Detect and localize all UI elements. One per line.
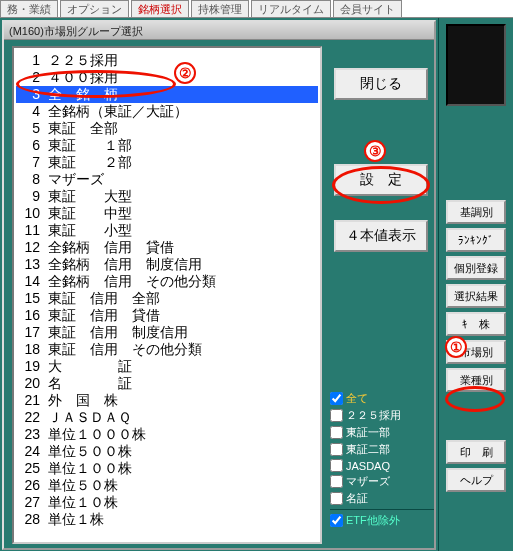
list-item[interactable]: 10東証 中型 xyxy=(16,205,318,222)
list-item[interactable]: 21外 国 株 xyxy=(16,392,318,409)
kobetsu-button[interactable]: 個別登録 xyxy=(446,256,506,280)
list-item[interactable]: 28単位１株 xyxy=(16,511,318,528)
list-item[interactable]: 25単位１００株 xyxy=(16,460,318,477)
insatsu-button[interactable]: 印 刷 xyxy=(446,440,506,464)
list-item[interactable]: 4全銘柄（東証／大証） xyxy=(16,103,318,120)
yonhon-button[interactable]: ４本値表示 xyxy=(334,220,428,252)
list-item[interactable]: 3全 銘 柄 xyxy=(16,86,318,103)
settei-button[interactable]: 設 定 xyxy=(334,164,428,196)
etf-exclude-check[interactable]: ETF他除外 xyxy=(330,512,434,529)
list-item[interactable]: 18東証 信用 その他分類 xyxy=(16,341,318,358)
tab-item[interactable]: 銘柄選択 xyxy=(131,0,189,17)
list-item[interactable]: 15東証 信用 全部 xyxy=(16,290,318,307)
dialog-title: (M160)市場別グループ選択 xyxy=(4,22,434,40)
filter-check[interactable]: 名証 xyxy=(330,490,434,507)
left-panel: (M160)市場別グループ選択 1２２５採用2４００採用3全 銘 柄4全銘柄（東… xyxy=(0,18,438,551)
tab-item[interactable]: 務・業績 xyxy=(0,0,58,17)
close-button[interactable]: 閉じる xyxy=(334,68,428,100)
list-item[interactable]: 23単位１０００株 xyxy=(16,426,318,443)
list-item[interactable]: 11東証 小型 xyxy=(16,222,318,239)
list-item[interactable]: 1２２５採用 xyxy=(16,52,318,69)
kabu-button[interactable]: ｷ 株 xyxy=(446,312,506,336)
filter-check[interactable]: ２２５採用 xyxy=(330,407,434,424)
filter-check[interactable]: 東証二部 xyxy=(330,441,434,458)
tab-item[interactable]: 会員サイト xyxy=(333,0,402,17)
right-panel: 基調別 ﾗﾝｷﾝｸﾞ 個別登録 選択結果 ｷ 株 市場別 業種別 印 刷 ヘルプ… xyxy=(438,18,513,551)
sentaku-button[interactable]: 選択結果 xyxy=(446,284,506,308)
list-item[interactable]: 13全銘柄 信用 制度信用 xyxy=(16,256,318,273)
list-item[interactable]: 5東証 全部 xyxy=(16,120,318,137)
list-item[interactable]: 6東証 １部 xyxy=(16,137,318,154)
filter-check[interactable]: 東証一部 xyxy=(330,424,434,441)
list-item[interactable]: 27単位１０株 xyxy=(16,494,318,511)
market-list[interactable]: 1２２５採用2４００採用3全 銘 柄4全銘柄（東証／大証）5東証 全部6東証 １… xyxy=(12,46,322,544)
filter-check[interactable]: 全て xyxy=(330,390,434,407)
kijun-button[interactable]: 基調別 xyxy=(446,200,506,224)
top-tab-bar: 務・業績 オプション 銘柄選択 持株管理 リアルタイム 会員サイト xyxy=(0,0,513,18)
tab-item[interactable]: オプション xyxy=(60,0,129,17)
list-item[interactable]: 24単位５００株 xyxy=(16,443,318,460)
list-item[interactable]: 20名 証 xyxy=(16,375,318,392)
list-item[interactable]: 14全銘柄 信用 その他分類 xyxy=(16,273,318,290)
market-group-dialog: (M160)市場別グループ選択 1２２５採用2４００採用3全 銘 柄4全銘柄（東… xyxy=(2,20,436,550)
list-item[interactable]: 8マザーズ xyxy=(16,171,318,188)
list-item[interactable]: 9東証 大型 xyxy=(16,188,318,205)
list-item[interactable]: 22ＪＡＳＤＡＱ xyxy=(16,409,318,426)
tab-item[interactable]: リアルタイム xyxy=(251,0,331,17)
gyoshu-button[interactable]: 業種別 xyxy=(446,368,506,392)
list-item[interactable]: 19大 証 xyxy=(16,358,318,375)
filter-check[interactable]: マザーズ xyxy=(330,473,434,490)
list-item[interactable]: 16東証 信用 貸借 xyxy=(16,307,318,324)
list-item[interactable]: 7東証 ２部 xyxy=(16,154,318,171)
help-button[interactable]: ヘルプ xyxy=(446,468,506,492)
preview-box xyxy=(446,24,506,106)
list-item[interactable]: 26単位５０株 xyxy=(16,477,318,494)
list-item[interactable]: 17東証 信用 制度信用 xyxy=(16,324,318,341)
list-item[interactable]: 2４００採用 xyxy=(16,69,318,86)
filter-checks: 全て２２５採用東証一部東証二部JASDAQマザーズ名証ETF他除外 xyxy=(330,390,434,529)
shijo-button[interactable]: 市場別 xyxy=(446,340,506,364)
filter-check[interactable]: JASDAQ xyxy=(330,458,434,473)
tab-item[interactable]: 持株管理 xyxy=(191,0,249,17)
ranking-button[interactable]: ﾗﾝｷﾝｸﾞ xyxy=(446,228,506,252)
list-item[interactable]: 12全銘柄 信用 貸借 xyxy=(16,239,318,256)
